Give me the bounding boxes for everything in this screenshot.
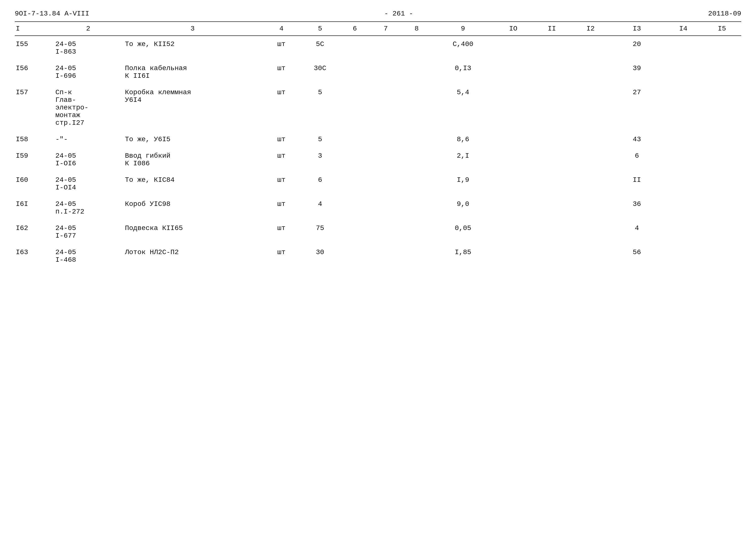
cell-col4: шт <box>262 131 301 148</box>
cell-col2: 24-05I-696 <box>53 60 123 84</box>
cell-col8 <box>401 172 432 196</box>
cell-col14 <box>664 172 703 196</box>
cell-col7 <box>370 60 401 84</box>
cell-col8 <box>401 36 432 60</box>
cell-col14 <box>664 84 703 131</box>
cell-col5: 5 <box>301 84 339 131</box>
cell-col10 <box>494 60 532 84</box>
table-row: I6224-05I-677Подвеска КII65шт750,054 <box>15 220 741 244</box>
cell-col14 <box>664 244 703 268</box>
cell-col3: Полка кабельнаяК II6I <box>123 60 262 84</box>
col-header-9: 9 <box>432 22 494 36</box>
cell-col15 <box>703 196 741 220</box>
cell-col14 <box>664 196 703 220</box>
cell-col12 <box>571 172 610 196</box>
cell-col2: 24-05п.I-272 <box>53 196 123 220</box>
cell-col12 <box>571 36 610 60</box>
cell-col3: Коробка клеммнаяУ6I4 <box>123 84 262 131</box>
table-row: I5924-05I-OI6Ввод гибкийК I086шт32,I6 <box>15 148 741 172</box>
cell-col12 <box>571 131 610 148</box>
cell-col1: I60 <box>15 172 53 196</box>
cell-col5: 5 <box>301 131 339 148</box>
main-table: I 2 3 4 5 6 7 8 9 IO II I2 I3 I4 I5 I552… <box>15 21 741 268</box>
cell-col1: I59 <box>15 148 53 172</box>
cell-col15 <box>703 84 741 131</box>
cell-col2: Сп-кГлав-электро-монтажстр.I27 <box>53 84 123 131</box>
cell-col1: I57 <box>15 84 53 131</box>
cell-col3: То же, У6I5 <box>123 131 262 148</box>
cell-col7 <box>370 196 401 220</box>
col-header-2: 2 <box>53 22 123 36</box>
cell-col15 <box>703 131 741 148</box>
cell-col11 <box>532 172 571 196</box>
header-left: 9OI-7-13.84 A-VIII <box>15 10 89 17</box>
cell-col9: 8,6 <box>432 131 494 148</box>
cell-col11 <box>532 84 571 131</box>
cell-col15 <box>703 172 741 196</box>
cell-col6 <box>339 244 370 268</box>
page-header: 9OI-7-13.84 A-VIII - 261 - 20118-09 <box>15 10 741 19</box>
cell-col15 <box>703 36 741 60</box>
table-row: I6324-05I-468Лоток НЛ2С-П2шт30I,8556 <box>15 244 741 268</box>
col-header-15: I5 <box>703 22 741 36</box>
cell-col13: 6 <box>610 148 664 172</box>
cell-col9: I,85 <box>432 244 494 268</box>
cell-col10 <box>494 196 532 220</box>
cell-col8 <box>401 84 432 131</box>
col-header-3: 3 <box>123 22 262 36</box>
table-row: I57Сп-кГлав-электро-монтажстр.I27Коробка… <box>15 84 741 131</box>
cell-col13: 43 <box>610 131 664 148</box>
cell-col5: 75 <box>301 220 339 244</box>
cell-col8 <box>401 60 432 84</box>
cell-col12 <box>571 84 610 131</box>
col-header-11: II <box>532 22 571 36</box>
cell-col7 <box>370 220 401 244</box>
cell-col6 <box>339 196 370 220</box>
cell-col7 <box>370 84 401 131</box>
cell-col14 <box>664 60 703 84</box>
cell-col3: То же, КII52 <box>123 36 262 60</box>
cell-col9: 5,4 <box>432 84 494 131</box>
cell-col7 <box>370 148 401 172</box>
cell-col10 <box>494 36 532 60</box>
cell-col10 <box>494 172 532 196</box>
cell-col1: I55 <box>15 36 53 60</box>
table-row: I6024-05I-OI4То же, КIС84шт6I,9II <box>15 172 741 196</box>
cell-col11 <box>532 36 571 60</box>
column-headers: I 2 3 4 5 6 7 8 9 IO II I2 I3 I4 I5 <box>15 22 741 36</box>
col-header-13: I3 <box>610 22 664 36</box>
cell-col12 <box>571 148 610 172</box>
cell-col13: 20 <box>610 36 664 60</box>
cell-col2: 24-05I-863 <box>53 36 123 60</box>
cell-col12 <box>571 220 610 244</box>
cell-col3: Лоток НЛ2С-П2 <box>123 244 262 268</box>
cell-col4: шт <box>262 172 301 196</box>
col-header-10: IO <box>494 22 532 36</box>
cell-col2: 24-05I-OI4 <box>53 172 123 196</box>
col-header-7: 7 <box>370 22 401 36</box>
cell-col6 <box>339 220 370 244</box>
cell-col9: C,400 <box>432 36 494 60</box>
cell-col2: 24-05I-OI6 <box>53 148 123 172</box>
cell-col13: 27 <box>610 84 664 131</box>
table-row: I58-"-То же, У6I5шт58,643 <box>15 131 741 148</box>
cell-col5: 4 <box>301 196 339 220</box>
cell-col6 <box>339 172 370 196</box>
cell-col11 <box>532 148 571 172</box>
cell-col1: I63 <box>15 244 53 268</box>
cell-col10 <box>494 220 532 244</box>
cell-col6 <box>339 60 370 84</box>
cell-col4: шт <box>262 84 301 131</box>
cell-col9: 0,05 <box>432 220 494 244</box>
cell-col2: 24-05I-468 <box>53 244 123 268</box>
cell-col1: I6I <box>15 196 53 220</box>
col-header-14: I4 <box>664 22 703 36</box>
cell-col9: 9,0 <box>432 196 494 220</box>
cell-col3: Ввод гибкийК I086 <box>123 148 262 172</box>
cell-col11 <box>532 60 571 84</box>
cell-col5: 6 <box>301 172 339 196</box>
cell-col12 <box>571 60 610 84</box>
col-header-12: I2 <box>571 22 610 36</box>
cell-col12 <box>571 196 610 220</box>
cell-col13: II <box>610 172 664 196</box>
